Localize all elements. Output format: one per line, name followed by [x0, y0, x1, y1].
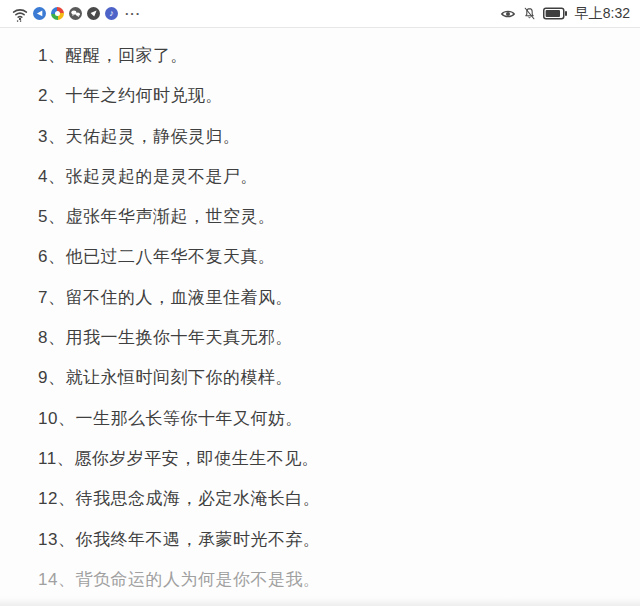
status-bar[interactable]: ♪ ··· 早上8:32 — [0, 0, 640, 28]
list-item: 6、他已过二八年华不复天真。 — [0, 237, 640, 277]
more-icon: ··· — [125, 9, 141, 19]
list-item: 1、醒醒，回家了。 — [0, 36, 640, 76]
app-chat-icon — [69, 7, 82, 20]
list-item: 7、留不住的人，血液里住着风。 — [0, 278, 640, 318]
list-item: 9、就让永恒时间刻下你的模样。 — [0, 358, 640, 398]
list-item: 2、十年之约何时兑现。 — [0, 76, 640, 116]
list-item: 12、待我思念成海，必定水淹长白。 — [0, 479, 640, 519]
list-item: 14、背负命运的人为何是你不是我。 — [0, 560, 640, 600]
status-bar-left: ♪ ··· — [12, 6, 141, 22]
mute-bell-icon — [522, 6, 537, 21]
list-item: 11、愿你岁岁平安，即使生生不见。 — [0, 439, 640, 479]
list-item: 3、天佑起灵，静侯灵归。 — [0, 117, 640, 157]
wifi-icon — [12, 6, 28, 22]
app-plane-icon — [33, 7, 46, 20]
list-item: 10、一生那么长等你十年又何妨。 — [0, 399, 640, 439]
app-compass-icon — [87, 7, 100, 20]
battery-icon — [543, 7, 567, 20]
status-bar-right: 早上8:32 — [500, 5, 630, 23]
list-item: 8、用我一生换你十年天真无邪。 — [0, 318, 640, 358]
quote-list: 1、醒醒，回家了。 2、十年之约何时兑现。 3、天佑起灵，静侯灵归。 4、张起灵… — [0, 28, 640, 597]
status-time: 早上8:32 — [575, 5, 630, 23]
list-item: 5、虚张年华声渐起，世空灵。 — [0, 197, 640, 237]
list-item: 13、你我终年不遇，承蒙时光不弃。 — [0, 520, 640, 560]
app-pinwheel-icon — [51, 7, 64, 20]
list-item: 4、张起灵起的是灵不是尸。 — [0, 157, 640, 197]
eye-comfort-icon — [500, 6, 516, 22]
app-music-icon: ♪ — [105, 7, 118, 20]
